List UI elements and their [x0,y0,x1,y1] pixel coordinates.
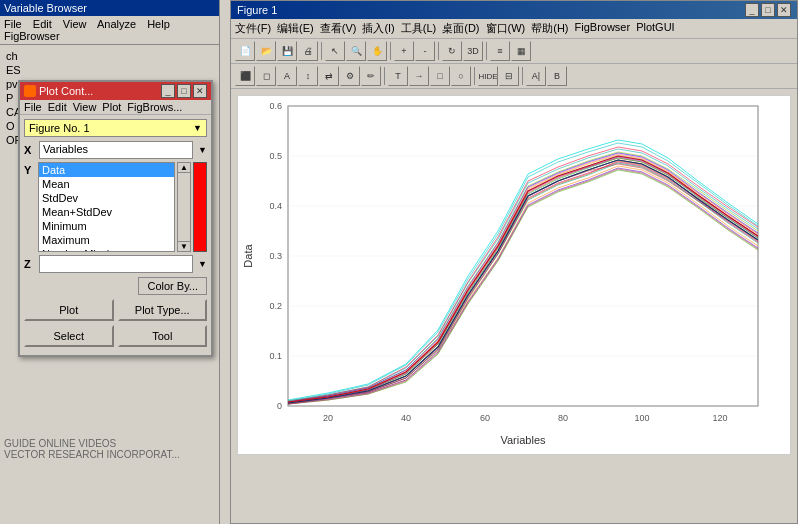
menu-help[interactable]: Help [147,18,170,30]
tb-open-icon[interactable]: 📂 [256,41,276,61]
fig-menu-tools[interactable]: 工具(L) [401,21,436,36]
y-scrollbar[interactable]: ▲ ▼ [177,162,191,252]
figure-title-buttons: _ □ ✕ [745,3,791,17]
tb-colorbar-icon[interactable]: ▦ [511,41,531,61]
menu-analyze[interactable]: Analyze [97,18,136,30]
tb2-btn1[interactable]: ⬛ [235,66,255,86]
dialog-menubar: File Edit View Plot FigBrows... [20,100,211,115]
y-item-stddev[interactable]: StdDev [39,191,174,205]
figure-minimize-btn[interactable]: _ [745,3,759,17]
tb2-dock[interactable]: ⊟ [499,66,519,86]
figure-select[interactable]: Figure No. 1 ▼ [24,119,207,137]
tb-rotate-icon[interactable]: ↻ [442,41,462,61]
z-axis-select[interactable] [39,255,193,273]
left-panel-title: Variable Browser [4,2,87,14]
y-list-container: Y Data Mean StdDev Mean+StdDev Minimum M… [24,162,207,252]
y-item-maximum[interactable]: Maximum [39,233,174,247]
fig-menu-view[interactable]: 查看(V) [320,21,357,36]
color-by-button[interactable]: Color By... [138,277,207,295]
plot-type-button[interactable]: Plot Type... [118,299,208,321]
tb2-btn4[interactable]: ↕ [298,66,318,86]
left-panel-menubar: File Edit View Analyze Help FigBrowser [0,16,219,45]
fig-menu-file[interactable]: 文件(F) [235,21,271,36]
watermark: GUIDE ONLINE VIDEOS VECTOR RESEARCH INCO… [0,434,220,464]
color-by-row: Color By... [24,277,207,295]
scroll-up-icon[interactable]: ▲ [178,163,190,173]
scroll-down-icon[interactable]: ▼ [178,241,190,251]
plot-button[interactable]: Plot [24,299,114,321]
dialog-menu-file[interactable]: File [24,101,42,113]
fig-menu-desktop[interactable]: 桌面(D) [442,21,479,36]
y-item-data[interactable]: Data [39,163,174,177]
figure-title: Figure 1 [237,4,277,16]
dialog-titlebar-buttons: _ □ ✕ [161,84,207,98]
tb2-btn6[interactable]: ⚙ [340,66,360,86]
y-item-numbermissing[interactable]: Number Missing [39,247,174,252]
menu-view[interactable]: View [63,18,87,30]
tb2-btn5[interactable]: ⇄ [319,66,339,86]
tb-zoom-in-icon[interactable]: + [394,41,414,61]
tb2-btn2[interactable]: ◻ [256,66,276,86]
tool-button[interactable]: Tool [118,325,208,347]
z-axis-row: Z ▼ [24,255,207,273]
fig-menu-help[interactable]: 帮助(H) [531,21,568,36]
figure-menubar: 文件(F) 编辑(E) 查看(V) 插入(I) 工具(L) 桌面(D) 窗口(W… [231,19,797,39]
y-item-minimum[interactable]: Minimum [39,219,174,233]
svg-text:20: 20 [323,413,333,423]
dialog-menu-edit[interactable]: Edit [48,101,67,113]
tb2-btn10[interactable]: □ [430,66,450,86]
tb2-text-icon[interactable]: A| [526,66,546,86]
figure-maximize-btn[interactable]: □ [761,3,775,17]
figure-close-btn[interactable]: ✕ [777,3,791,17]
tb-print-icon[interactable]: 🖨 [298,41,318,61]
tb-new-icon[interactable]: 📄 [235,41,255,61]
tb-3d-icon[interactable]: 3D [463,41,483,61]
x-axis-select[interactable]: Variables [39,141,193,159]
y-item-meanplusstddev[interactable]: Mean+StdDev [39,205,174,219]
y-listbox[interactable]: Data Mean StdDev Mean+StdDev Minimum Max… [38,162,175,252]
watermark-line2: VECTOR RESEARCH INCORPORAT... [4,449,216,460]
dialog-maximize-btn[interactable]: □ [177,84,191,98]
menu-edit[interactable]: Edit [33,18,52,30]
y-item-mean[interactable]: Mean [39,177,174,191]
sidebar-item-es[interactable]: ES [4,63,215,77]
tb-legend-icon[interactable]: ≡ [490,41,510,61]
fig-menu-edit[interactable]: 编辑(E) [277,21,314,36]
tb2-btn11[interactable]: ○ [451,66,471,86]
fig-menu-window[interactable]: 窗口(W) [486,21,526,36]
dialog-minimize-btn[interactable]: _ [161,84,175,98]
y-label: Y [24,162,36,252]
tb-pan-icon[interactable]: ✋ [367,41,387,61]
dialog-close-btn[interactable]: ✕ [193,84,207,98]
chart-svg: Data Variables 0 0.1 0.2 0.3 0.4 0.5 0.6 [238,96,778,451]
svg-text:0.6: 0.6 [269,101,282,111]
tb2-btn8[interactable]: T [388,66,408,86]
dialog-menu-figbrows[interactable]: FigBrows... [127,101,182,113]
tb2-btn9[interactable]: → [409,66,429,86]
tb-zoom-icon[interactable]: 🔍 [346,41,366,61]
tb2-btn3[interactable]: A [277,66,297,86]
menu-file[interactable]: File [4,18,22,30]
svg-text:80: 80 [558,413,568,423]
tb-sep4 [486,42,487,60]
svg-text:100: 100 [634,413,649,423]
fig-menu-insert[interactable]: 插入(I) [362,21,394,36]
select-button[interactable]: Select [24,325,114,347]
tb2-btn7[interactable]: ✏ [361,66,381,86]
plot-ctrl-dialog: Plot Cont... _ □ ✕ File Edit View Plot F… [18,80,213,357]
x-label: X [24,144,36,156]
tb2-bold-icon[interactable]: B [547,66,567,86]
tb2-hide[interactable]: HIDE [478,66,498,86]
tb2-sep1 [384,67,385,85]
tb-save-icon[interactable]: 💾 [277,41,297,61]
menu-figbrowser[interactable]: FigBrowser [4,30,60,42]
sidebar-item-ch[interactable]: ch [4,49,215,63]
fig-menu-plotgui[interactable]: PlotGUI [636,21,675,36]
tb-zoom-out-icon[interactable]: - [415,41,435,61]
fig-menu-figbrowser[interactable]: FigBrowser [575,21,631,36]
y-axis-label: Data [242,244,254,268]
svg-text:0: 0 [277,401,282,411]
dialog-menu-plot[interactable]: Plot [102,101,121,113]
tb-cursor-icon[interactable]: ↖ [325,41,345,61]
dialog-menu-view[interactable]: View [73,101,97,113]
